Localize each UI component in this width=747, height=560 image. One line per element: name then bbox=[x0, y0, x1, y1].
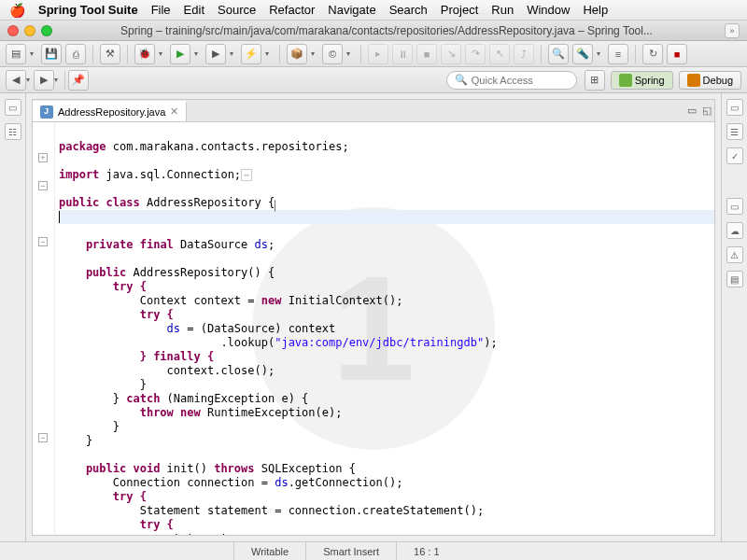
text-cursor-icon: ⎸ bbox=[275, 199, 285, 212]
editor-tabs: AddressRepository.java ✕ ▭ ◱ bbox=[33, 100, 714, 122]
run-last-button[interactable]: ▶ bbox=[205, 44, 226, 64]
open-type-button[interactable]: 🔍 bbox=[548, 44, 569, 64]
menu-edit[interactable]: Edit bbox=[184, 3, 204, 17]
external-tools-button[interactable]: ⚡ bbox=[241, 44, 261, 64]
status-spacer bbox=[0, 542, 233, 560]
restore-view-icon[interactable]: ▭ bbox=[726, 198, 743, 215]
run-button[interactable]: ▶ bbox=[170, 44, 190, 64]
menu-refactor[interactable]: Refactor bbox=[269, 3, 315, 17]
step-return-button: ↖ bbox=[489, 44, 510, 64]
save-button[interactable]: 💾 bbox=[41, 44, 62, 64]
restore-view-icon[interactable]: ▭ bbox=[5, 99, 21, 116]
outline-view-icon[interactable]: ☰ bbox=[726, 123, 743, 140]
search-button[interactable]: 🔦 bbox=[572, 44, 593, 64]
traffic-lights bbox=[7, 25, 52, 36]
left-trim-stack: ▭ ☷ bbox=[0, 93, 26, 541]
pin-editor-button[interactable]: 📌 bbox=[68, 70, 89, 91]
minimize-window-button[interactable] bbox=[24, 25, 35, 36]
debug-button[interactable]: 🐞 bbox=[134, 44, 155, 64]
dropdown-icon[interactable]: ▾ bbox=[597, 49, 604, 58]
dropdown-icon[interactable]: ▾ bbox=[311, 49, 318, 58]
window-title: Spring – training/src/main/java/com/mara… bbox=[52, 24, 721, 37]
quick-access-field[interactable]: 🔍 bbox=[446, 71, 577, 90]
dropdown-icon[interactable]: ▾ bbox=[346, 49, 354, 58]
menu-file[interactable]: File bbox=[151, 3, 171, 17]
zoom-window-button[interactable] bbox=[41, 25, 52, 36]
editor-area: AddressRepository.java ✕ ▭ ◱ 1 + − − − p… bbox=[32, 99, 715, 536]
new-button[interactable]: ▤ bbox=[6, 44, 26, 64]
search-icon: 🔍 bbox=[455, 74, 468, 86]
stop-server-button[interactable]: ■ bbox=[667, 44, 687, 64]
dropdown-icon[interactable]: ▾ bbox=[26, 76, 34, 84]
main-area: ▭ ☷ AddressRepository.java ✕ ▭ ◱ 1 + − −… bbox=[0, 93, 747, 541]
relaunch-button[interactable]: ↻ bbox=[642, 44, 663, 64]
status-cursor-position: 16 : 1 bbox=[396, 542, 457, 560]
status-insert-mode: Smart Insert bbox=[305, 542, 396, 560]
dropdown-icon[interactable]: ▾ bbox=[54, 76, 62, 84]
quick-access-input[interactable] bbox=[472, 75, 569, 86]
save-all-button[interactable]: ⎙ bbox=[65, 44, 86, 64]
drop-frame-button: ⤴ bbox=[514, 44, 534, 64]
right-trim-stack: ▭ ☰ ✓ ▭ ☁ ⚠ ▤ bbox=[721, 93, 747, 541]
maximize-view-icon[interactable]: ◱ bbox=[699, 104, 714, 119]
minimize-view-icon[interactable]: ▭ bbox=[684, 104, 699, 119]
main-toolbar: ▤▾ 💾 ⎙ ⚒ 🐞▾ ▶▾ ▶▾ ⚡▾ 📦▾ ©▾ ▸ ⏸ ■ ↘ ↷ ↖ ⤴… bbox=[0, 41, 747, 67]
menu-run[interactable]: Run bbox=[491, 3, 514, 17]
dropdown-icon[interactable]: ▾ bbox=[30, 49, 37, 58]
java-file-icon bbox=[40, 105, 53, 119]
fold-icon[interactable]: − bbox=[38, 181, 48, 190]
menu-source[interactable]: Source bbox=[218, 3, 256, 17]
resume-button: ▸ bbox=[368, 44, 388, 64]
tab-label: AddressRepository.java bbox=[58, 106, 165, 118]
package-explorer-icon[interactable]: ☷ bbox=[5, 123, 21, 140]
menu-search[interactable]: Search bbox=[389, 3, 428, 17]
mac-menubar: 🍎 Spring Tool Suite File Edit Source Ref… bbox=[0, 0, 747, 21]
dropdown-icon[interactable]: ▾ bbox=[230, 49, 237, 58]
menu-help[interactable]: Help bbox=[583, 3, 608, 17]
window-titlebar: Spring – training/src/main/java/com/mara… bbox=[0, 21, 747, 41]
code-editor[interactable]: 1 + − − − package com.marakana.contacts.… bbox=[33, 122, 714, 535]
close-tab-icon[interactable]: ✕ bbox=[170, 105, 178, 118]
dropdown-icon[interactable]: ▾ bbox=[265, 49, 273, 58]
menu-navigate[interactable]: Navigate bbox=[328, 3, 375, 17]
toggle-breadcrumb-button[interactable]: ≡ bbox=[608, 44, 628, 64]
perspective-spring[interactable]: Spring bbox=[611, 71, 673, 90]
cursor bbox=[59, 211, 60, 223]
spring-icon bbox=[619, 74, 632, 87]
menu-project[interactable]: Project bbox=[441, 3, 478, 17]
toolbar-chevron-icon[interactable]: » bbox=[725, 23, 740, 38]
fold-icon[interactable]: − bbox=[38, 237, 48, 246]
debug-icon bbox=[687, 74, 700, 87]
fold-icon[interactable]: + bbox=[38, 153, 48, 162]
console-view-icon[interactable]: ▤ bbox=[726, 271, 743, 287]
new-package-button[interactable]: 📦 bbox=[287, 44, 307, 64]
status-bar: Writable Smart Insert 16 : 1 bbox=[0, 541, 747, 560]
apple-logo-icon[interactable]: 🍎 bbox=[9, 3, 25, 18]
editor-tab[interactable]: AddressRepository.java ✕ bbox=[33, 101, 187, 121]
perspective-debug[interactable]: Debug bbox=[679, 71, 741, 90]
nav-back-button[interactable]: ◀ bbox=[6, 70, 26, 91]
code-content[interactable]: package com.marakana.contacts.repositori… bbox=[55, 122, 714, 535]
build-button[interactable]: ⚒ bbox=[100, 44, 120, 64]
perspective-bar: ◀▾ ▶▾ 📌 🔍 ⊞ Spring Debug bbox=[0, 67, 747, 93]
new-class-button[interactable]: © bbox=[322, 44, 343, 64]
nav-forward-button[interactable]: ▶ bbox=[34, 70, 54, 91]
terminate-button: ■ bbox=[416, 44, 437, 64]
task-list-icon[interactable]: ✓ bbox=[726, 147, 743, 164]
status-writable: Writable bbox=[233, 542, 305, 560]
perspective-label: Debug bbox=[703, 75, 733, 86]
perspective-label: Spring bbox=[635, 75, 665, 86]
close-window-button[interactable] bbox=[7, 25, 19, 36]
dropdown-icon[interactable]: ▾ bbox=[194, 49, 202, 58]
fold-icon[interactable]: − bbox=[38, 433, 48, 442]
step-over-button: ↷ bbox=[465, 44, 486, 64]
restore-view-icon[interactable]: ▭ bbox=[726, 99, 743, 116]
gutter[interactable]: + − − − bbox=[33, 122, 55, 535]
step-into-button: ↘ bbox=[441, 44, 461, 64]
app-name[interactable]: Spring Tool Suite bbox=[38, 3, 138, 17]
dropdown-icon[interactable]: ▾ bbox=[159, 49, 166, 58]
problems-view-icon[interactable]: ⚠ bbox=[726, 246, 743, 263]
servers-view-icon[interactable]: ☁ bbox=[726, 222, 743, 239]
open-perspective-button[interactable]: ⊞ bbox=[585, 70, 605, 91]
menu-window[interactable]: Window bbox=[527, 3, 570, 17]
